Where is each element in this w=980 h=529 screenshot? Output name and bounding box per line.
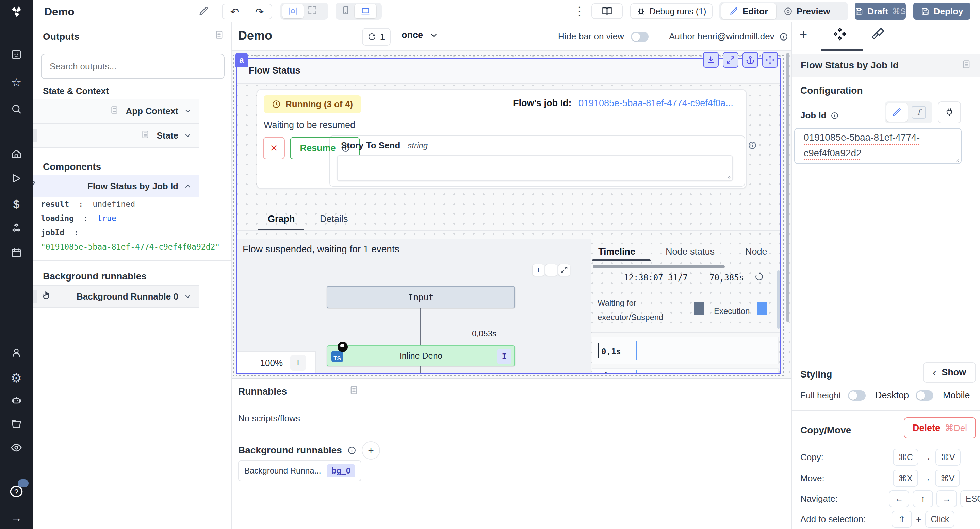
- sidebar-folders-icon[interactable]: [0, 419, 33, 430]
- hide-bar-toggle[interactable]: [631, 32, 649, 42]
- graph-fullscreen-button[interactable]: [558, 264, 570, 276]
- eval-input-button[interactable]: f: [912, 106, 926, 119]
- desktop-toggle[interactable]: [916, 390, 933, 401]
- refresh-count-button[interactable]: 1: [362, 28, 391, 46]
- outputs-doc-icon[interactable]: [215, 30, 224, 42]
- zoom-in-button[interactable]: +: [290, 355, 306, 371]
- flow-graph-area[interactable]: Flow suspended, waiting for 1 events Inp…: [237, 239, 591, 374]
- canvas-scrollbar[interactable]: [786, 53, 789, 322]
- static-input-button[interactable]: [886, 103, 907, 121]
- sidebar-collapse-icon[interactable]: →: [0, 511, 33, 524]
- sidebar-favorites-icon[interactable]: ☆: [0, 76, 33, 89]
- info-icon[interactable]: [779, 32, 788, 41]
- runnables-doc-icon[interactable]: [349, 386, 359, 397]
- run-mode-dropdown[interactable]: once: [401, 30, 439, 40]
- component-id-tab[interactable]: a: [235, 53, 248, 67]
- undo-button[interactable]: ↶: [223, 6, 247, 18]
- chevron-down-icon[interactable]: [184, 131, 192, 140]
- tab-details[interactable]: Details: [320, 214, 348, 224]
- prop-jobid[interactable]: jobId :: [41, 225, 220, 240]
- flow-node-input[interactable]: Input: [327, 286, 515, 308]
- sidebar-audit-icon[interactable]: [0, 442, 33, 453]
- tab-node[interactable]: Node: [745, 247, 767, 257]
- active-tab-underline: [258, 229, 304, 231]
- sidebar-runs-icon[interactable]: [0, 173, 33, 184]
- outputs-title: Outputs: [43, 31, 79, 42]
- add-bg-runnable-button[interactable]: +: [362, 441, 380, 460]
- prop-loading[interactable]: loading : true: [41, 211, 220, 225]
- insert-component-tab[interactable]: +: [800, 27, 807, 42]
- background-runnables-title: Background runnables: [43, 271, 147, 282]
- docs-button[interactable]: [592, 3, 623, 19]
- legend-waiting-line2: executor/Suspend: [598, 312, 663, 322]
- typescript-badge: TS: [331, 351, 343, 362]
- author-info: Author henri@windmill.dev: [669, 31, 788, 42]
- graph-zoom-out-button[interactable]: −: [545, 264, 557, 276]
- windmill-logo[interactable]: [0, 4, 33, 19]
- hand-cursor-icon: [41, 291, 51, 303]
- tab-editor[interactable]: Editor: [721, 3, 776, 19]
- sidebar-help-icon[interactable]: ?: [0, 485, 33, 498]
- chevron-left-icon: ‹: [933, 366, 937, 379]
- kebab-menu[interactable]: ⋮: [574, 4, 585, 18]
- timeline-v-scrollbar[interactable]: [777, 270, 780, 329]
- search-outputs-input[interactable]: [41, 54, 224, 79]
- prop-jobid-value[interactable]: "0191085e-5baa-81ef-4774-c9ef4f0a92d2": [41, 240, 220, 254]
- job-id-link[interactable]: 0191085e-5baa-81ef-4774-c9ef4f0a...: [579, 98, 733, 108]
- move-component-button[interactable]: [762, 52, 778, 68]
- edit-title-icon[interactable]: [199, 6, 209, 19]
- desktop-view-button[interactable]: [355, 4, 376, 18]
- zoom-control: − 100% +: [237, 351, 316, 374]
- sidebar-schedules-icon[interactable]: [0, 247, 33, 258]
- tab-preview[interactable]: Preview: [776, 3, 837, 19]
- runnables-empty: No scripts/flows: [238, 413, 300, 424]
- delete-button[interactable]: Delete ⌘Del: [904, 417, 976, 438]
- chevron-down-icon[interactable]: [184, 107, 192, 115]
- tab-timeline[interactable]: Timeline: [598, 247, 635, 257]
- anchor-component-button[interactable]: [743, 52, 758, 68]
- centered-layout-button[interactable]: [282, 4, 304, 18]
- draft-button[interactable]: Draft ⌘S: [855, 3, 906, 20]
- fullwidth-layout-button[interactable]: [308, 5, 317, 18]
- sidebar-resources-icon[interactable]: [0, 223, 33, 234]
- story-textarea[interactable]: [337, 155, 733, 181]
- fullscreen-component-button[interactable]: [723, 52, 738, 68]
- timeline-h-scrollbar[interactable]: [593, 265, 725, 268]
- info-icon[interactable]: [347, 446, 356, 455]
- tab-graph[interactable]: Graph: [268, 214, 295, 224]
- expand-down-button[interactable]: [703, 52, 719, 68]
- job-id-textarea[interactable]: 0191085e-5baa-81ef-4774- c9ef4f0a92d2: [794, 128, 962, 164]
- cancel-button[interactable]: ✕: [263, 137, 285, 159]
- settings-tab[interactable]: [833, 27, 846, 43]
- sidebar-variables-icon[interactable]: $: [0, 198, 33, 211]
- chevron-up-icon[interactable]: [184, 182, 192, 190]
- show-styling-button[interactable]: ‹ Show: [923, 362, 976, 382]
- debug-runs-button[interactable]: Debug runs (1): [630, 3, 713, 19]
- sidebar-apps-icon[interactable]: [0, 49, 33, 60]
- full-height-toggle[interactable]: [848, 390, 865, 401]
- sidebar-search-icon[interactable]: [0, 104, 33, 115]
- sidebar-settings-icon[interactable]: ⚙: [0, 371, 33, 386]
- refresh-icon: [368, 33, 376, 41]
- redo-button[interactable]: ↷: [247, 6, 272, 18]
- graph-zoom-in-button[interactable]: +: [532, 264, 544, 276]
- info-icon[interactable]: [830, 112, 839, 120]
- css-editor-tab[interactable]: [872, 27, 885, 43]
- info-icon[interactable]: [748, 141, 757, 150]
- doc-icon[interactable]: [962, 60, 971, 72]
- flow-node-inline-deno[interactable]: TS Inline Deno I: [327, 345, 515, 366]
- add-selection-shortcut: ⇧ + Click: [891, 511, 955, 527]
- sidebar-home-icon[interactable]: [0, 148, 33, 159]
- bg-runnable-item[interactable]: Background Runna... bg_0: [238, 460, 361, 481]
- tab-node-status[interactable]: Node status: [666, 247, 714, 257]
- connect-input-button[interactable]: [938, 102, 961, 123]
- zoom-out-button[interactable]: −: [245, 357, 251, 369]
- sidebar-workers-icon[interactable]: [0, 395, 33, 406]
- full-height-label: Full height: [800, 390, 841, 401]
- ctx-type-label: App Context: [126, 106, 178, 116]
- mobile-view-button[interactable]: [341, 5, 350, 18]
- chevron-down-icon[interactable]: [184, 292, 192, 301]
- deploy-button[interactable]: Deploy: [913, 3, 970, 20]
- sidebar-user-icon[interactable]: [0, 347, 33, 358]
- prop-result[interactable]: result : undefined: [41, 197, 220, 211]
